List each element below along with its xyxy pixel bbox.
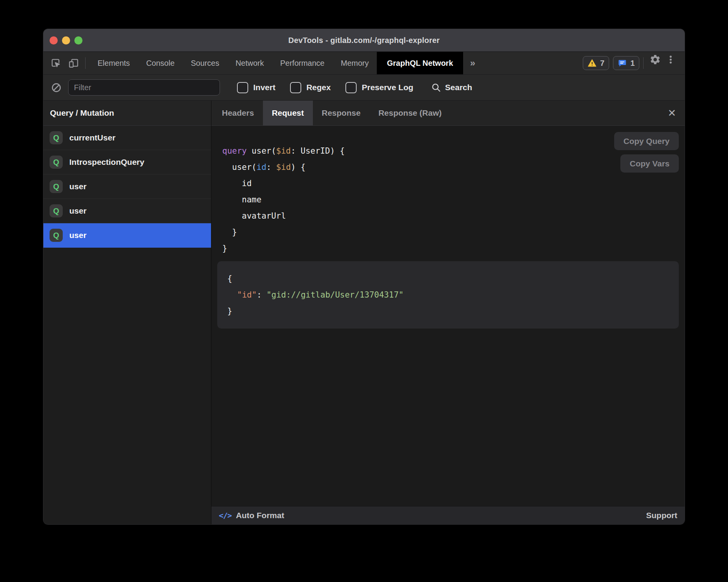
auto-format-button[interactable]: </> Auto Format [219,511,284,520]
detail-tab-headers[interactable]: Headers [213,101,263,125]
copy-button-stack: Copy QueryCopy Vars [614,132,679,173]
detail-tab-request[interactable]: Request [263,101,313,125]
request-view: Copy QueryCopy Vars query user($id: User… [211,126,685,506]
tab-performance[interactable]: Performance [272,52,333,74]
traffic-lights [50,29,82,51]
checkbox-preserve-log[interactable]: Preserve Log [345,82,413,93]
issues-badge[interactable]: 1 [613,56,639,70]
devtools-window: DevTools - gitlab.com/-/graphql-explorer… [43,29,685,524]
query-name: user [69,206,86,216]
fullscreen-window-button[interactable] [74,36,82,45]
code-line: "id": "gid://gitlab/User/13704317" [227,287,670,303]
code-line: name [222,192,679,208]
query-type-badge: Q [50,180,63,193]
tab-memory[interactable]: Memory [333,52,377,74]
content-area: Query / Mutation QcurrentUserQIntrospect… [43,101,685,524]
warnings-badge[interactable]: 7 [583,56,609,70]
checkbox-box-regex[interactable] [290,82,301,93]
code-line: avatarUrl [222,208,679,224]
copy-query-button[interactable]: Copy Query [614,132,679,150]
query-type-badge: Q [50,131,63,144]
badges-divider [643,57,644,69]
query-list-item-3[interactable]: Quser [43,199,211,223]
query-name: IntrospectionQuery [69,157,144,167]
tab-graphql-network[interactable]: GraphQL Network [377,52,463,74]
variables-box: { "id": "gid://gitlab/User/13704317"} [217,261,679,329]
toolbar-left-icons [48,52,81,74]
query-type-badge: Q [50,229,63,242]
code-line: user(id: $id) { [222,159,679,175]
main-tab-list: ElementsConsoleSourcesNetworkPerformance… [89,52,463,74]
tabbar-spacer [482,52,582,74]
status-badges: 7 1 [583,52,639,74]
query-sidebar: Query / Mutation QcurrentUserQIntrospect… [43,101,211,524]
code-line: query user($id: UserID) { [222,143,679,159]
search-control[interactable]: Search [431,82,472,92]
more-tabs-chevron[interactable]: » [463,52,482,74]
variables-json-code: { "id": "gid://gitlab/User/13704317"} [227,270,670,319]
window-titlebar: DevTools - gitlab.com/-/graphql-explorer [43,29,685,52]
inspect-element-icon[interactable] [48,55,64,71]
code-line: { [227,270,670,287]
devtools-tabbar: ElementsConsoleSourcesNetworkPerformance… [43,52,685,75]
message-icon [618,58,627,68]
issue-count: 1 [630,59,635,68]
query-type-badge: Q [50,156,63,169]
detail-panel: HeadersRequestResponseResponse (Raw) ✕ C… [211,101,685,524]
query-list-item-0[interactable]: QcurrentUser [43,126,211,150]
checkbox-invert[interactable]: Invert [237,82,275,93]
detail-footer: </> Auto Format Support [211,506,685,524]
minimize-window-button[interactable] [62,36,70,45]
checkbox-box-preserve-log[interactable] [345,82,357,93]
close-window-button[interactable] [50,36,58,45]
checkbox-label-preserve-log: Preserve Log [362,83,413,92]
query-name: user [69,182,86,191]
window-title: DevTools - gitlab.com/-/graphql-explorer [43,36,685,45]
code-line: } [227,303,670,319]
kebab-menu-icon[interactable] [663,52,678,67]
clear-filter-icon[interactable] [50,82,62,93]
copy-vars-button[interactable]: Copy Vars [620,154,679,173]
filter-checkbox-group: InvertRegexPreserve Log [237,82,413,93]
code-line: id [222,175,679,192]
device-toolbar-icon[interactable] [66,55,81,71]
sidebar-header: Query / Mutation [43,101,211,126]
filter-toolbar: InvertRegexPreserve Log Search [43,75,685,101]
filter-input[interactable] [68,79,220,96]
query-name: currentUser [69,133,115,142]
query-list-item-4[interactable]: Quser [43,223,211,248]
checkbox-regex[interactable]: Regex [290,82,331,93]
query-type-badge: Q [50,204,63,217]
toolbar-divider [85,57,86,69]
code-brackets-icon: </> [219,511,232,520]
query-list: QcurrentUserQIntrospectionQueryQuserQuse… [43,126,211,248]
support-link[interactable]: Support [646,511,677,520]
search-label: Search [445,83,472,92]
detail-tab-response-raw[interactable]: Response (Raw) [369,101,450,125]
graphql-query-code: query user($id: UserID) { user(id: $id) … [217,143,679,257]
checkbox-box-invert[interactable] [237,82,248,93]
detail-tabbar: HeadersRequestResponseResponse (Raw) ✕ [211,101,685,126]
close-panel-button[interactable]: ✕ [668,101,676,125]
tab-elements[interactable]: Elements [89,52,138,74]
code-line: } [222,224,679,240]
detail-tab-list: HeadersRequestResponseResponse (Raw) [213,101,451,125]
search-icon [431,82,441,92]
checkbox-label-regex: Regex [306,83,331,92]
query-name: user [69,231,86,240]
tab-network[interactable]: Network [227,52,272,74]
tab-console[interactable]: Console [138,52,182,74]
detail-tab-response[interactable]: Response [313,101,369,125]
query-list-item-1[interactable]: QIntrospectionQuery [43,150,211,175]
warning-count: 7 [600,59,604,68]
warning-icon [587,58,597,68]
settings-gear-icon[interactable] [647,52,663,67]
checkbox-label-invert: Invert [253,83,275,92]
tab-sources[interactable]: Sources [183,52,227,74]
code-line: } [222,240,679,257]
auto-format-label: Auto Format [236,511,284,520]
query-list-item-2[interactable]: Quser [43,175,211,199]
